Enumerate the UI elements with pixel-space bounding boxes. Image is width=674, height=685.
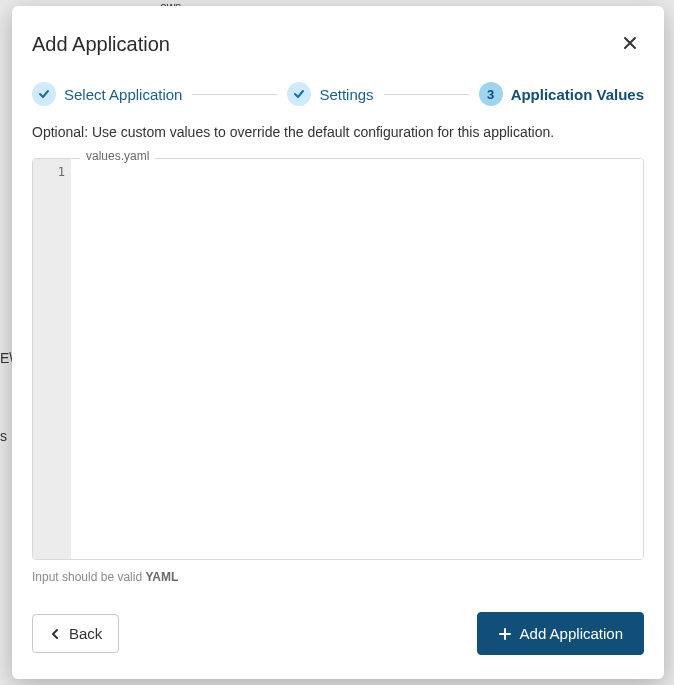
- step-label: Select Application: [64, 86, 182, 103]
- modal-header: Add Application: [32, 30, 644, 58]
- values-editor: values.yaml 1: [32, 158, 644, 560]
- background-text: s: [0, 428, 7, 444]
- editor-label: values.yaml: [80, 149, 155, 163]
- line-gutter: 1: [33, 159, 71, 559]
- modal-footer: Back Add Application: [32, 612, 644, 655]
- step-number-badge: 3: [479, 82, 503, 106]
- step-select-application[interactable]: Select Application: [32, 82, 182, 106]
- step-connector: [384, 94, 469, 95]
- step-label: Application Values: [511, 86, 644, 103]
- sub-hint-strong: YAML: [145, 570, 178, 584]
- step-application-values[interactable]: 3 Application Values: [479, 82, 644, 106]
- add-application-modal: Add Application Select Application Setti…: [12, 6, 664, 679]
- wizard-stepper: Select Application Settings 3 Applicatio…: [32, 82, 644, 106]
- check-icon: [32, 82, 56, 106]
- values-textarea[interactable]: [71, 159, 643, 559]
- close-button[interactable]: [616, 30, 644, 58]
- close-icon: [622, 35, 638, 54]
- add-application-button-label: Add Application: [520, 625, 623, 642]
- step-label: Settings: [319, 86, 373, 103]
- chevron-left-icon: [49, 628, 61, 640]
- line-number: 1: [33, 165, 65, 179]
- editor-sub-hint: Input should be valid YAML: [32, 570, 644, 584]
- step-hint: Optional: Use custom values to override …: [32, 124, 644, 140]
- modal-title: Add Application: [32, 33, 170, 56]
- back-button-label: Back: [69, 625, 102, 642]
- step-connector: [192, 94, 277, 95]
- plus-icon: [498, 627, 512, 641]
- step-settings[interactable]: Settings: [287, 82, 373, 106]
- add-application-button[interactable]: Add Application: [477, 612, 644, 655]
- check-icon: [287, 82, 311, 106]
- back-button[interactable]: Back: [32, 614, 119, 653]
- code-editor: 1: [32, 158, 644, 560]
- sub-hint-text: Input should be valid: [32, 570, 145, 584]
